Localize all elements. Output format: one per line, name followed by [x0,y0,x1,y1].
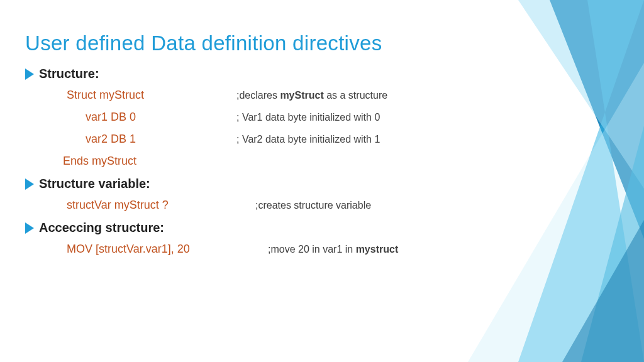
section-label: Structure variable: [39,177,150,191]
section-structure-variable: Structure variable: [25,177,625,191]
code-line: var2 DB 1 ; Var2 data byte initialized w… [25,133,625,146]
comment-bold: myStruct [280,90,323,101]
bullet-arrow-icon [25,178,34,190]
code-text: MOV [structVar.var1], 20 [67,243,268,256]
section-accessing-structure: Acceccing structure: [25,221,625,235]
code-line: MOV [structVar.var1], 20 ;move 20 in var… [25,243,625,256]
section-label: Acceccing structure: [39,221,164,235]
code-text: Ends myStruct [63,155,136,168]
code-line: Struct myStruct ;declares myStruct as a … [25,89,625,102]
comment-suffix: as a structure [324,90,387,101]
bullet-arrow-icon [25,222,34,234]
code-comment: ;creates structure variable [255,200,371,211]
code-text: var2 DB 1 [86,133,236,146]
code-comment: ;declares myStruct as a structure [236,90,387,101]
code-comment: ; Var2 data byte initialized with 1 [236,134,380,145]
comment-prefix: ;move 20 in var1 in [268,244,356,255]
code-line: Ends myStruct [25,155,625,168]
code-text: Struct myStruct [67,89,236,102]
code-line: structVar myStruct ? ;creates structure … [25,199,625,212]
comment-bold: mystruct [356,244,399,255]
code-text: var1 DB 0 [86,111,236,124]
code-comment: ; Var1 data byte initialized with 0 [236,112,380,123]
section-label: Structure: [39,67,99,81]
code-text: structVar myStruct ? [67,199,255,212]
section-structure: Structure: [25,67,625,81]
code-line: var1 DB 0 ; Var1 data byte initialized w… [25,111,625,124]
slide-content: User defined Data definition directives … [0,0,644,256]
bullet-arrow-icon [25,69,34,80]
code-comment: ;move 20 in var1 in mystruct [268,244,398,255]
comment-prefix: ;declares [236,90,280,101]
slide-title: User defined Data definition directives [25,31,625,55]
